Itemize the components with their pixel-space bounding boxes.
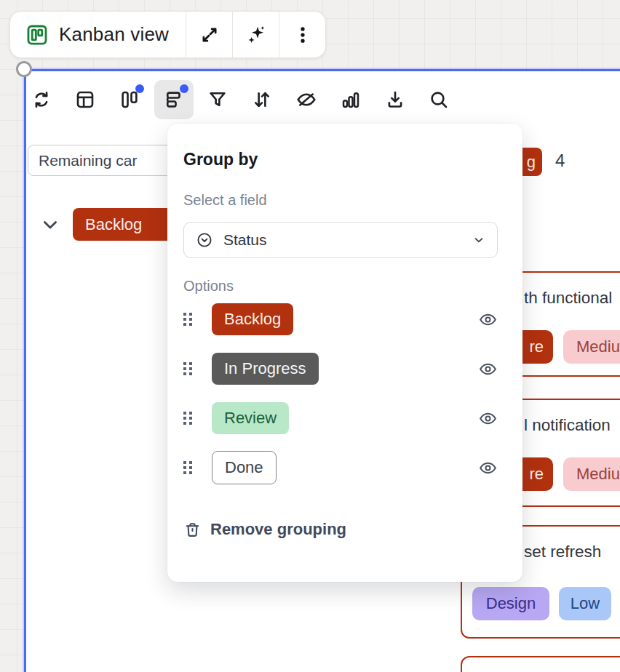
option-badge: Review (212, 402, 289, 434)
filter-input-value: Remaining car (39, 152, 137, 169)
select-field-label: Select a field (183, 192, 498, 209)
popover-title: Group by (183, 150, 498, 169)
kanban-card[interactable] (461, 656, 620, 672)
group-by-popover: Group by Select a field Status Options B… (167, 124, 522, 582)
notification-dot (135, 84, 144, 93)
visibility-eye-icon[interactable] (478, 359, 498, 379)
remove-grouping-label: Remove grouping (210, 520, 346, 539)
group-label-badge[interactable]: Backlog (73, 208, 176, 241)
widget-title-button[interactable]: Kanban view (10, 12, 186, 57)
visibility-eye-icon[interactable] (478, 310, 498, 329)
card-title: l notification (524, 416, 620, 435)
status-field-icon (196, 231, 213, 249)
field-select-value: Status (223, 231, 462, 249)
option-badge: In Progress (212, 353, 319, 385)
sort-icon[interactable] (242, 80, 282, 119)
card-priority-badge: Mediu (563, 330, 620, 364)
drag-handle-icon[interactable] (183, 362, 194, 375)
card-title: th functional (524, 289, 620, 308)
widget-title: Kanban view (59, 23, 169, 46)
expand-icon[interactable] (186, 12, 232, 57)
canvas[interactable]: th functional re Mediu l notification re… (0, 0, 620, 672)
notification-dot (180, 84, 188, 93)
sparkle-ai-icon[interactable] (233, 12, 279, 57)
option-badge: Backlog (212, 303, 293, 335)
selection-handle[interactable] (16, 61, 32, 77)
option-row-backlog[interactable]: Backlog (183, 295, 498, 344)
card-priority-badge: Low (559, 587, 611, 620)
chevron-down-icon (472, 233, 485, 247)
hide-fields-icon[interactable] (287, 80, 326, 119)
options-label: Options (183, 278, 498, 295)
option-badge: Done (212, 451, 277, 484)
kanban-columns-icon[interactable] (110, 80, 149, 119)
chevron-down-icon[interactable] (40, 215, 60, 235)
option-row-done[interactable]: Done (183, 443, 498, 492)
widget-toolbar: Kanban view (9, 11, 326, 58)
remove-grouping-button[interactable]: Remove grouping (183, 520, 498, 539)
filter-icon[interactable] (198, 80, 237, 119)
search-icon[interactable] (419, 80, 458, 119)
field-select-dropdown[interactable]: Status (183, 222, 498, 258)
drag-handle-icon[interactable] (183, 461, 194, 474)
kanban-logo-icon (25, 23, 49, 47)
column-card-count: 4 (555, 151, 565, 171)
visibility-eye-icon[interactable] (478, 458, 498, 478)
more-menu-icon[interactable] (279, 12, 325, 57)
option-row-review[interactable]: Review (183, 393, 498, 443)
chart-icon[interactable] (331, 80, 370, 119)
drag-handle-icon[interactable] (183, 313, 194, 326)
refresh-icon[interactable] (22, 80, 61, 119)
drag-handle-icon[interactable] (183, 412, 194, 425)
card-priority-badge: Mediu (563, 457, 620, 491)
trash-icon (183, 521, 202, 539)
layout-view-icon[interactable] (65, 80, 105, 119)
card-title: set refresh (524, 543, 620, 561)
export-icon[interactable] (375, 80, 415, 119)
group-by-icon[interactable] (154, 80, 194, 119)
visibility-eye-icon[interactable] (478, 409, 498, 428)
option-row-in-progress[interactable]: In Progress (183, 344, 498, 393)
card-tag-badge: Design (472, 587, 549, 620)
